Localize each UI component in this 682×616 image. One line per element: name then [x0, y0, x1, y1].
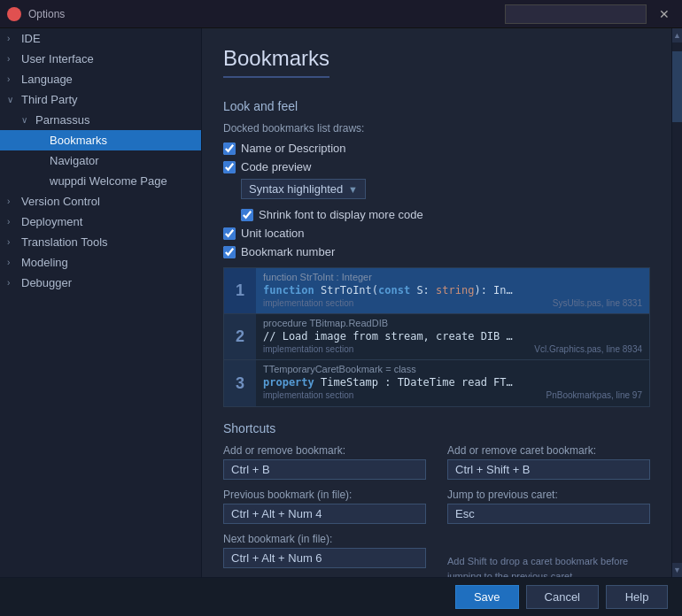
scrollbar-thumb[interactable]: [672, 51, 682, 122]
bookmark-location: Vcl.Graphics.pas, line 8934: [534, 344, 642, 354]
shortcut-input[interactable]: [223, 548, 426, 568]
shortcut-input[interactable]: [223, 504, 426, 524]
bookmark-code: // Load image from stream, create DIB …: [263, 330, 642, 343]
sidebar-item-label: Version Control: [21, 195, 100, 208]
chevron-icon: ∨: [7, 95, 19, 104]
bookmark-number-label: Bookmark number: [241, 245, 335, 258]
sidebar-item-user-interface[interactable]: ›User Interface: [0, 49, 201, 69]
shortcut-label: Add or remove bookmark:: [223, 444, 426, 457]
name-desc-label: Name or Description: [241, 142, 346, 155]
sidebar-item-bookmarks[interactable]: Bookmarks: [0, 130, 201, 150]
search-input[interactable]: [505, 4, 647, 24]
sidebar-item-label: Navigator: [50, 154, 99, 167]
shortcut-field-jump-prev-caret: Jump to previous caret:: [447, 489, 650, 524]
name-desc-row: Name or Description: [223, 142, 650, 155]
chevron-icon: ›: [7, 258, 19, 267]
sidebar-item-language[interactable]: ›Language: [0, 69, 201, 89]
scrollbar-down-btn[interactable]: ▼: [672, 563, 682, 577]
shortcuts-grid: Add or remove bookmark: Add or remove ca…: [223, 444, 650, 577]
chevron-icon: ›: [7, 54, 19, 64]
sidebar-item-parnassus[interactable]: ∨Parnassus: [0, 110, 201, 130]
sidebar-item-navigator[interactable]: Navigator: [0, 150, 201, 171]
bookmark-footer: implementation section PnBookmarkpas, li…: [263, 390, 642, 400]
name-desc-checkbox[interactable]: [223, 142, 236, 155]
sidebar-item-label: Debugger: [21, 276, 72, 289]
sidebar-item-label: Language: [21, 73, 73, 86]
chevron-icon: ›: [7, 34, 19, 43]
bookmark-content: TTemporaryCaretBookmark = class property…: [256, 360, 649, 406]
sidebar-item-version-control[interactable]: ›Version Control: [0, 191, 201, 212]
chevron-icon: ›: [7, 217, 19, 227]
shortcut-input[interactable]: [223, 459, 426, 480]
sidebar-item-label: wuppdi Welcome Page: [50, 174, 167, 188]
sidebar-item-translation-tools[interactable]: ›Translation Tools: [0, 232, 201, 252]
shortcut-label: Jump to previous caret:: [447, 489, 650, 501]
dropdown-row: Syntax highlighted Plain text ▼: [241, 179, 650, 199]
shrink-font-checkbox[interactable]: [241, 209, 253, 221]
shortcut-label: Next bookmark (in file):: [223, 533, 426, 545]
sidebar-item-modeling[interactable]: ›Modeling: [0, 252, 201, 273]
shrink-font-row: Shrink font to display more code: [241, 208, 650, 221]
look-and-feel-title: Look and feel: [223, 99, 650, 113]
bookmark-code: function StrToInt(const S: string): In…: [263, 284, 642, 296]
bookmark-number: 2: [224, 314, 256, 359]
bookmark-content: procedure TBitmap.ReadDIB // Load image …: [256, 314, 649, 359]
save-button[interactable]: Save: [455, 585, 519, 609]
syntax-dropdown[interactable]: Syntax highlighted Plain text: [241, 179, 366, 199]
code-preview-label: Code preview: [241, 160, 312, 173]
bookmark-preview-item[interactable]: 2 procedure TBitmap.ReadDIB // Load imag…: [224, 314, 649, 360]
sidebar-item-label: Translation Tools: [21, 235, 108, 249]
sidebar-item-label: Deployment: [21, 215, 82, 228]
shortcut-label: Add or remove caret bookmark:: [447, 444, 650, 457]
right-scrollbar: ▲ ▼: [671, 28, 682, 577]
bookmark-section: implementation section: [263, 344, 353, 354]
bookmark-number: 3: [224, 360, 256, 406]
sidebar-item-wuppdi-welcome[interactable]: wuppdi Welcome Page: [0, 171, 201, 191]
shortcut-field-add-remove-caret: Add or remove caret bookmark:: [447, 444, 650, 480]
bookmark-preview-item[interactable]: 1 function StrToInt : Integer function S…: [224, 268, 649, 314]
sidebar-item-ide[interactable]: ›IDE: [0, 28, 201, 49]
scrollbar-up-btn[interactable]: ▲: [672, 28, 682, 42]
bookmark-footer: implementation section SysUtils.pas, lin…: [263, 298, 642, 308]
shortcut-input[interactable]: [447, 504, 650, 524]
sidebar-item-third-party[interactable]: ∨Third Party: [0, 89, 201, 110]
code-preview-checkbox[interactable]: [223, 161, 236, 173]
bookmark-preview-list: 1 function StrToInt : Integer function S…: [223, 267, 650, 407]
bookmark-number-checkbox[interactable]: [223, 246, 236, 258]
sidebar-item-debugger[interactable]: ›Debugger: [0, 273, 201, 293]
chevron-icon: ›: [7, 237, 19, 247]
sidebar-item-label: Third Party: [21, 93, 78, 106]
bookmark-content: function StrToInt : Integer function Str…: [256, 268, 649, 313]
sidebar-item-label: Bookmarks: [50, 134, 107, 147]
cancel-button[interactable]: Cancel: [526, 585, 599, 609]
code-preview-row: Code preview: [223, 160, 650, 173]
shortcut-field-next-in-file: Next bookmark (in file):: [223, 533, 426, 577]
bookmark-number-row: Bookmark number: [223, 245, 650, 258]
unit-location-checkbox[interactable]: [223, 227, 236, 240]
shortcut-field-prev-in-file: Previous bookmark (in file):: [223, 489, 426, 524]
chevron-icon: ›: [7, 196, 19, 206]
bookmark-footer: implementation section Vcl.Graphics.pas,…: [263, 344, 642, 354]
sidebar-item-label: Parnassus: [35, 113, 89, 127]
bookmark-section: implementation section: [263, 390, 353, 400]
titlebar-title: Options: [28, 8, 505, 20]
bookmark-section: implementation section: [263, 298, 353, 308]
shortcut-input[interactable]: [447, 459, 650, 480]
close-button[interactable]: ✕: [654, 7, 675, 21]
bookmark-preview-item[interactable]: 3 TTemporaryCaretBookmark = class proper…: [224, 360, 649, 406]
sidebar-item-deployment[interactable]: ›Deployment: [0, 212, 201, 232]
shortcuts-title: Shortcuts: [223, 421, 650, 435]
bookmark-location: SysUtils.pas, line 8331: [553, 298, 642, 308]
bookmark-location: PnBookmarkpas, line 97: [546, 390, 642, 400]
bookmark-header: TTemporaryCaretBookmark = class: [263, 364, 642, 374]
bookmark-header: function StrToInt : Integer: [263, 272, 642, 282]
help-button[interactable]: Help: [606, 585, 668, 609]
shortcut-label: Previous bookmark (in file):: [223, 489, 426, 501]
page-title: Bookmarks: [223, 46, 329, 78]
content-area: Bookmarks Look and feel Docked bookmarks…: [202, 28, 671, 577]
chevron-icon: ›: [7, 74, 19, 84]
titlebar: Options ✕: [0, 0, 682, 28]
bookmark-header: procedure TBitmap.ReadDIB: [263, 318, 642, 328]
sidebar-item-label: Modeling: [21, 256, 68, 269]
shrink-font-label: Shrink font to display more code: [259, 208, 423, 221]
